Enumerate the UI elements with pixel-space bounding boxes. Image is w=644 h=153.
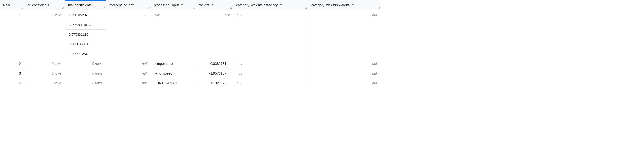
resize-handle-icon[interactable] — [305, 7, 308, 10]
chevron-down-icon[interactable] — [211, 3, 214, 7]
cell-row: 1 — [0, 10, 24, 59]
resize-handle-icon[interactable] — [147, 7, 150, 10]
cell-cw-weight: null — [308, 68, 381, 78]
cell-intercept: 0.0 — [106, 10, 151, 59]
cell-processed: null — [151, 10, 196, 59]
cell-ar: 0 rows — [24, 59, 65, 68]
col-header-label: category_weights.category — [236, 3, 278, 7]
col-header-category-weights-category[interactable]: category_weights.category — [233, 0, 308, 10]
col-header-category-weights-weight[interactable]: category_weights.weight — [308, 0, 381, 10]
cell-cw-weight: null — [308, 78, 381, 88]
col-header-weight[interactable]: weight — [196, 0, 233, 10]
col-header-processed-input[interactable]: processed_input — [151, 0, 196, 10]
cell-weight: 0.0382781… — [196, 59, 233, 68]
resize-handle-icon[interactable] — [62, 7, 64, 10]
resize-handle-icon[interactable] — [230, 7, 232, 10]
cell-processed: temperature — [151, 59, 196, 68]
col-header-label: Row — [3, 3, 10, 7]
col-header-label: ma_coefficients — [68, 3, 92, 7]
cell-row: 4 — [0, 78, 24, 88]
cell-weight: 11.324378… — [196, 78, 233, 88]
cell-intercept: null — [106, 59, 151, 68]
cell-ma: 0 rows — [65, 68, 106, 78]
cell-processed: __INTERCEPT__ — [151, 78, 196, 88]
cell-intercept: null — [106, 78, 151, 88]
cell-ma: -0.77771254… — [65, 49, 106, 59]
resize-handle-icon[interactable] — [21, 7, 24, 10]
chevron-down-icon[interactable] — [181, 3, 184, 7]
cell-ma: -0.41585237… — [65, 10, 106, 20]
cell-processed: wind_speed — [151, 68, 196, 78]
cell-ar: 0 rows — [24, 10, 65, 59]
table-row: 1 0 rows -0.41585237… 0.0 null null null… — [0, 10, 381, 20]
col-header-ar-coefficients[interactable]: ar_coefficients — [24, 0, 65, 10]
col-header-row[interactable]: Row — [0, 0, 24, 10]
cell-ar: 0 rows — [24, 68, 65, 78]
cell-cw-category: null — [233, 68, 308, 78]
results-table: Row ar_coefficients ma_coefficients — [0, 0, 381, 88]
chevron-down-icon[interactable] — [280, 3, 282, 7]
table-row: 4 0 rows 0 rows null __INTERCEPT__ 11.32… — [0, 78, 381, 88]
cell-ma: 0.575331196… — [65, 30, 106, 39]
resize-handle-icon[interactable] — [193, 7, 196, 10]
cell-ar: 0 rows — [24, 78, 65, 88]
cell-ma: 0 rows — [65, 59, 106, 68]
chevron-down-icon[interactable] — [351, 3, 354, 7]
col-header-label: weight — [200, 3, 209, 7]
col-header-label: processed_input — [154, 3, 179, 7]
cell-row: 3 — [0, 68, 24, 78]
cell-cw-weight: null — [308, 10, 381, 59]
cell-cw-category: null — [233, 59, 308, 68]
col-header-intercept-or-drift[interactable]: intercept_or_drift — [106, 0, 151, 10]
cell-ma: -0.67094181… — [65, 20, 106, 30]
col-header-label: intercept_or_drift — [109, 3, 134, 7]
table-row: 3 0 rows 0 rows null wind_speed -1.95731… — [0, 68, 381, 78]
cell-cw-weight: null — [308, 59, 381, 68]
cell-ma: 0 rows — [65, 78, 106, 88]
col-header-label: category_weights.weight — [311, 3, 350, 7]
cell-weight: null — [196, 10, 233, 59]
resize-handle-icon[interactable] — [378, 7, 380, 10]
col-header-label: ar_coefficients — [28, 3, 49, 7]
header-row: Row ar_coefficients ma_coefficients — [0, 0, 381, 10]
col-header-ma-coefficients[interactable]: ma_coefficients — [65, 0, 106, 10]
cell-weight: -1.9573157… — [196, 68, 233, 78]
cell-cw-category: null — [233, 78, 308, 88]
cell-cw-category: null — [233, 10, 308, 59]
cell-intercept: null — [106, 68, 151, 78]
resize-handle-icon[interactable] — [102, 7, 105, 10]
table-row: 2 0 rows 0 rows null temperature 0.03827… — [0, 59, 381, 68]
cell-ma: 0.361695361… — [65, 39, 106, 49]
cell-row: 2 — [0, 59, 24, 68]
